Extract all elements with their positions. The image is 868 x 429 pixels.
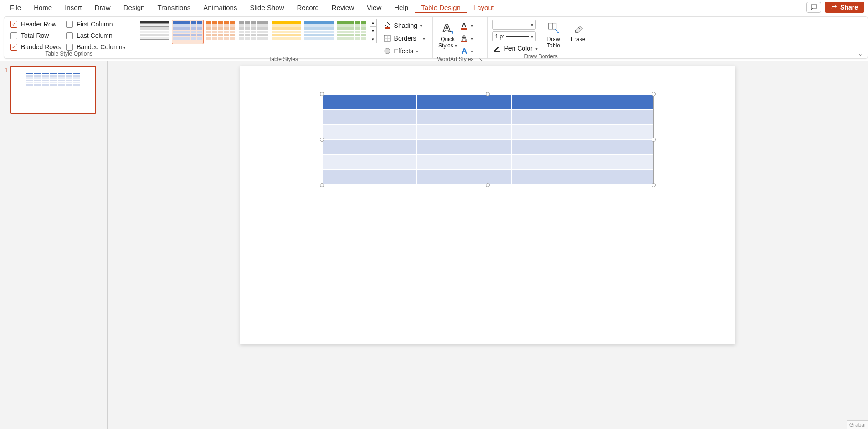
table-style-yellow[interactable] bbox=[270, 20, 302, 44]
slide-thumbnail-1[interactable] bbox=[10, 66, 96, 114]
borders-label: Borders bbox=[394, 35, 416, 42]
pen-color-button[interactable]: Pen Color ▾ bbox=[492, 43, 538, 53]
checkbox-last-column[interactable]: Last Column bbox=[66, 32, 125, 39]
selected-table-object[interactable] bbox=[322, 94, 653, 185]
gallery-scroll-down[interactable]: ▼ bbox=[370, 27, 377, 35]
gallery-expand[interactable]: ▾ bbox=[370, 35, 377, 43]
slide-number: 1 bbox=[5, 66, 8, 425]
tab-animations[interactable]: Animations bbox=[197, 2, 243, 13]
text-outline-button[interactable]: A▾ bbox=[460, 33, 474, 43]
dialog-launcher-wordart[interactable]: ↘ bbox=[479, 57, 483, 62]
tab-layout[interactable]: Layout bbox=[467, 2, 500, 13]
table-style-orange[interactable] bbox=[205, 20, 236, 44]
tab-design[interactable]: Design bbox=[117, 2, 151, 13]
tab-slideshow[interactable]: Slide Show bbox=[243, 2, 290, 13]
check-icon bbox=[66, 44, 73, 51]
svg-rect-0 bbox=[385, 27, 390, 29]
checkbox-header-row[interactable]: ✓ Header Row bbox=[10, 20, 61, 28]
checkbox-first-column[interactable]: First Column bbox=[66, 20, 125, 28]
table-style-blue[interactable] bbox=[172, 20, 204, 44]
label-first-column: First Column bbox=[77, 20, 113, 28]
quick-styles-label: Quick Styles bbox=[438, 36, 455, 49]
gallery-scroll-up[interactable]: ▲ bbox=[370, 19, 377, 27]
text-effects-button[interactable]: A▾ bbox=[460, 46, 474, 56]
label-banded-rows: Banded Rows bbox=[21, 43, 61, 51]
tab-draw[interactable]: Draw bbox=[88, 2, 117, 13]
svg-text:A: A bbox=[462, 34, 467, 41]
tab-file[interactable]: File bbox=[4, 2, 27, 13]
slide-canvas-area[interactable] bbox=[108, 61, 868, 429]
resize-handle-se[interactable] bbox=[652, 183, 656, 187]
tab-record[interactable]: Record bbox=[290, 2, 325, 13]
group-label-draw-borders: Draw Borders bbox=[492, 53, 589, 61]
shading-icon bbox=[383, 21, 391, 30]
collapse-ribbon-button[interactable]: ⌄ bbox=[858, 51, 863, 57]
resize-handle-n[interactable] bbox=[486, 92, 490, 96]
workspace: 1 bbox=[0, 61, 868, 429]
borders-button[interactable]: Borders ▾ bbox=[381, 33, 427, 43]
check-icon bbox=[10, 32, 17, 39]
svg-point-4 bbox=[385, 48, 390, 54]
check-icon bbox=[66, 21, 73, 28]
svg-text:A: A bbox=[462, 21, 467, 29]
check-icon: ✓ bbox=[10, 44, 17, 51]
share-icon bbox=[831, 4, 837, 10]
table-style-none[interactable] bbox=[139, 20, 171, 44]
group-wordart-styles: A Quick Styles ▾ A▾ A▾ A▾ bbox=[433, 17, 488, 58]
tab-review[interactable]: Review bbox=[325, 2, 360, 13]
slide-table[interactable] bbox=[322, 94, 653, 185]
chevron-down-icon: ▾ bbox=[531, 34, 533, 39]
borders-icon bbox=[383, 34, 391, 42]
table-style-blue2[interactable] bbox=[303, 20, 335, 44]
thumbnail-table-preview bbox=[26, 72, 81, 86]
draw-table-button[interactable]: Draw Table bbox=[543, 20, 564, 49]
comment-icon bbox=[810, 4, 817, 11]
shading-button[interactable]: Shading ▾ bbox=[381, 20, 427, 31]
resize-handle-ne[interactable] bbox=[652, 92, 656, 96]
quick-styles-button[interactable]: A Quick Styles ▾ bbox=[437, 20, 458, 49]
comments-button[interactable] bbox=[806, 2, 821, 13]
label-total-row: Total Row bbox=[21, 32, 49, 39]
tab-home[interactable]: Home bbox=[27, 2, 58, 13]
pen-color-icon bbox=[493, 44, 501, 52]
text-fill-button[interactable]: A▾ bbox=[460, 20, 474, 31]
slide-thumbnails-panel: 1 bbox=[0, 61, 108, 429]
check-icon: ✓ bbox=[10, 21, 17, 28]
checkbox-banded-columns[interactable]: Banded Columns bbox=[66, 43, 125, 51]
tab-table-design[interactable]: Table Design bbox=[415, 2, 467, 13]
label-header-row: Header Row bbox=[21, 20, 56, 28]
effects-icon bbox=[383, 47, 391, 55]
table-style-gray[interactable] bbox=[237, 20, 269, 44]
ribbon-container: ✓ Header Row Total Row ✓ Banded Rows bbox=[4, 16, 868, 59]
effects-button[interactable]: Effects ▾ bbox=[381, 46, 427, 56]
status-recording[interactable]: Grabar bbox=[847, 420, 868, 429]
pen-weight-select[interactable]: 1 pt▾ bbox=[492, 31, 536, 41]
tab-transitions[interactable]: Transitions bbox=[151, 2, 197, 13]
eraser-icon bbox=[572, 21, 586, 35]
title-tab-bar: File Home Insert Draw Design Transitions… bbox=[0, 0, 868, 61]
resize-handle-s[interactable] bbox=[486, 183, 490, 187]
tab-help[interactable]: Help bbox=[388, 2, 415, 13]
chevron-down-icon: ▾ bbox=[471, 36, 473, 41]
checkbox-banded-rows[interactable]: ✓ Banded Rows bbox=[10, 43, 61, 51]
eraser-button[interactable]: Eraser bbox=[569, 20, 590, 42]
shading-label: Shading bbox=[394, 22, 417, 29]
group-table-styles: ▲ ▼ ▾ Shading ▾ bbox=[134, 17, 433, 58]
pen-weight-value: 1 pt bbox=[495, 33, 504, 40]
chevron-down-icon: ▾ bbox=[535, 46, 538, 51]
resize-handle-nw[interactable] bbox=[320, 92, 324, 96]
slide-1[interactable] bbox=[240, 66, 735, 344]
resize-handle-sw[interactable] bbox=[320, 183, 324, 187]
svg-text:A: A bbox=[462, 47, 467, 56]
pen-style-select[interactable]: ▾ bbox=[492, 20, 536, 30]
share-button[interactable]: Share bbox=[825, 2, 864, 13]
text-outline-icon: A bbox=[461, 34, 471, 43]
tab-view[interactable]: View bbox=[360, 2, 388, 13]
gallery-scroll: ▲ ▼ ▾ bbox=[370, 19, 377, 43]
chevron-down-icon: ▾ bbox=[471, 49, 473, 54]
resize-handle-e[interactable] bbox=[652, 138, 656, 142]
table-style-green[interactable] bbox=[336, 20, 368, 44]
resize-handle-w[interactable] bbox=[320, 138, 324, 142]
checkbox-total-row[interactable]: Total Row bbox=[10, 32, 61, 39]
tab-insert[interactable]: Insert bbox=[58, 2, 88, 13]
